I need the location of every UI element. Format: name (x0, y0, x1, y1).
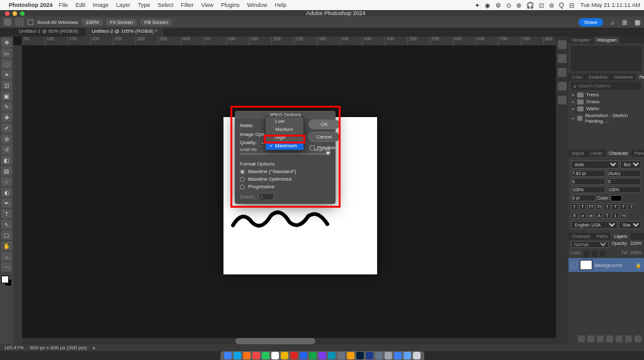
tab-adjust[interactable]: Adjust (568, 150, 587, 157)
pattern-search-input[interactable] (579, 84, 639, 88)
cancel-button[interactable]: Cancel (308, 132, 340, 142)
radio-progressive[interactable]: Progressive (240, 184, 330, 189)
scroll-all-checkbox[interactable] (28, 20, 33, 25)
frame-tool[interactable]: ▣ (1, 91, 12, 101)
style-select[interactable]: Bold (620, 160, 641, 169)
dodge-tool[interactable]: ◐ (1, 188, 12, 197)
tab-navigator[interactable]: Navigator (568, 37, 594, 43)
antialias-select[interactable]: Sharp (619, 221, 641, 229)
dock-app-icon[interactable] (366, 352, 373, 359)
menu-help[interactable]: Help (275, 2, 287, 8)
fill-value[interactable]: 100% (630, 250, 641, 257)
dock-app-icon[interactable] (375, 352, 383, 359)
dock-app-icon[interactable] (262, 352, 269, 359)
tab-histogram[interactable]: Histogram (594, 37, 620, 43)
wand-tool[interactable]: ✦ (1, 70, 12, 79)
brush-tool[interactable]: ✐ (1, 123, 12, 133)
zoom-tool[interactable]: ⌕ (1, 252, 12, 261)
dock-app-icon[interactable] (404, 352, 411, 359)
pen-tool[interactable]: ✒ (1, 198, 12, 208)
status-icon[interactable]: ◉ (485, 2, 490, 9)
preview-checkbox[interactable]: Preview (310, 145, 335, 150)
quality-option-medium[interactable]: ✓Medium (266, 125, 303, 133)
fit-screen-button[interactable]: Fit Screen (106, 19, 137, 26)
tab-paths[interactable]: Paths (594, 233, 611, 240)
folder-trees[interactable]: ▸Trees (568, 91, 644, 98)
menu-file[interactable]: File (59, 2, 69, 8)
fill-screen-button[interactable]: Fill Screen (140, 19, 172, 26)
opacity-value[interactable]: 100% (630, 241, 641, 248)
dock-trash-icon[interactable] (413, 352, 421, 359)
gradient-tool[interactable]: ▤ (1, 166, 12, 176)
crop-tool[interactable]: ⊡ (1, 81, 12, 90)
headphones-icon[interactable]: 🎧 (526, 2, 534, 9)
radio-icon[interactable] (240, 169, 245, 174)
dock-app-icon[interactable] (385, 352, 392, 359)
menu-window[interactable]: Window (247, 2, 268, 8)
tab-color[interactable]: Color (568, 74, 585, 81)
wifi-icon[interactable]: ⊜ (549, 2, 554, 9)
scans-input[interactable] (259, 193, 274, 200)
scrollbar-horizontal[interactable] (22, 338, 556, 344)
opentype-icon[interactable]: st (587, 212, 594, 219)
folder-grass[interactable]: ▸Grass (568, 98, 644, 105)
lock-icon[interactable]: 🔒 (635, 262, 641, 268)
slider-thumb[interactable] (325, 152, 330, 155)
dock-app-icon[interactable] (281, 352, 288, 359)
tab-patterns[interactable]: Patterns (636, 74, 644, 81)
eyedropper-tool[interactable]: ✎ (1, 102, 12, 111)
underline-icon[interactable]: T (620, 203, 627, 210)
dock-app-icon[interactable] (347, 352, 354, 359)
blur-tool[interactable]: ○ (1, 177, 12, 186)
super-icon[interactable]: T (604, 203, 611, 210)
lock-position-icon[interactable] (592, 250, 598, 257)
opentype-icon[interactable]: A (596, 212, 602, 219)
eraser-tool[interactable]: ◧ (1, 155, 12, 165)
dock-app-icon[interactable] (271, 352, 279, 359)
leading-input[interactable] (607, 170, 641, 177)
stamp-tool[interactable]: ⊛ (1, 134, 12, 143)
tracking-input[interactable] (607, 178, 641, 185)
heal-tool[interactable]: ✚ (1, 113, 12, 122)
dock-app-icon[interactable] (337, 352, 345, 359)
close-window-icon[interactable] (5, 11, 9, 16)
dock-app-icon[interactable] (328, 352, 336, 359)
layer-thumbnail[interactable] (580, 260, 592, 270)
group-icon[interactable] (616, 335, 623, 342)
panel-icon[interactable] (558, 40, 567, 49)
language-select[interactable]: English: USA (571, 221, 618, 229)
link-layers-icon[interactable] (578, 335, 585, 342)
zoom-100-button[interactable]: 100% (82, 19, 102, 26)
shape-tool[interactable]: ▢ (1, 230, 12, 240)
dock-app-icon[interactable] (300, 352, 307, 359)
tab-untitled-2[interactable]: Untitled-2 @ 165% (RGB/8) * (85, 28, 164, 37)
hand-tool[interactable]: ✋ (1, 241, 12, 250)
marquee-tool[interactable]: ▭ (1, 48, 12, 58)
quality-option-maximum[interactable]: ✓Maximum (266, 142, 303, 150)
new-layer-icon[interactable] (625, 335, 632, 342)
chevron-right-icon[interactable]: ▸ (93, 346, 96, 351)
panel-icon[interactable] (558, 96, 567, 104)
layer-name[interactable]: Background (595, 262, 622, 268)
lock-all-icon[interactable] (600, 250, 606, 257)
workspace-icon[interactable]: ⊞ (622, 19, 627, 26)
kerning-input[interactable] (571, 178, 606, 185)
tab-layers[interactable]: Layers (611, 233, 630, 240)
arrange-icon[interactable]: ▦ (635, 19, 640, 26)
tab-untitled-1[interactable]: Untitled-1 @ 50% (RGB/8) (13, 28, 85, 37)
ok-button[interactable]: OK (308, 120, 340, 129)
dock-app-icon[interactable] (394, 352, 402, 359)
vscale-input[interactable] (571, 186, 606, 193)
share-button[interactable]: Share (579, 18, 603, 26)
text-color-swatch[interactable] (611, 195, 622, 201)
fx-icon[interactable] (587, 335, 594, 342)
control-center-icon[interactable]: ⊟ (569, 2, 574, 9)
menu-select[interactable]: Select (158, 2, 174, 8)
menubar-clock[interactable]: Tue May 21 1:11:11 AM (580, 2, 640, 8)
menu-type[interactable]: Type (138, 2, 150, 8)
hscale-input[interactable] (607, 186, 641, 193)
edit-toolbar[interactable]: ⋯ (1, 262, 12, 272)
tab-paragraph[interactable]: Paragr (631, 150, 644, 157)
dock-app-icon[interactable] (252, 352, 260, 359)
opentype-icon[interactable]: σ (579, 212, 586, 219)
